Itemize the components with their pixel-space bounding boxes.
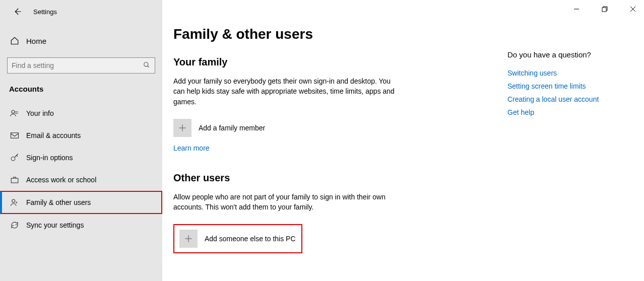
briefcase-icon [9,174,20,185]
close-button[interactable] [626,3,640,15]
sidebar-item-signin-options[interactable]: Sign-in options [0,147,162,169]
person-card-icon [9,108,20,119]
other-users-desc: Allow people who are not part of your fa… [173,192,395,213]
search-icon [143,61,151,69]
sidebar-item-access-work-school[interactable]: Access work or school [0,169,162,191]
main: Family & other users Your family Add you… [162,0,495,281]
sidebar-home-label: Home [26,37,46,45]
plus-icon [177,123,187,133]
search-input[interactable] [12,61,143,69]
nav-label: Your info [26,109,54,117]
maximize-button[interactable] [598,3,612,15]
sidebar-item-your-info[interactable]: Your info [0,102,162,124]
back-button[interactable] [11,6,23,18]
maximize-icon [602,6,608,12]
nav-label: Sync your settings [26,221,84,229]
svg-rect-2 [11,133,19,138]
people-icon [9,197,20,208]
help-title: Do you have a question? [507,50,633,59]
minimize-icon [573,6,579,12]
nav-label: Sign-in options [26,154,73,162]
add-family-member-button[interactable]: Add a family member [173,119,495,137]
your-family-heading: Your family [173,56,495,68]
sidebar-category: Accounts [0,74,162,98]
nav-label: Email & accounts [26,131,81,139]
app-title: Settings [33,8,57,16]
help-link-screen-time[interactable]: Setting screen time limits [507,82,633,90]
sidebar-item-sync-settings[interactable]: Sync your settings [0,214,162,236]
add-someone-label: Add someone else to this PC [205,235,296,243]
home-icon [9,35,20,46]
window-controls [569,3,640,15]
add-someone-else-button[interactable]: Add someone else to this PC [173,224,302,253]
content: Family & other users Your family Add you… [162,0,644,281]
help-link-get-help[interactable]: Get help [507,108,633,116]
nav-label: Family & other users [26,198,91,206]
svg-rect-4 [11,178,18,183]
close-icon [630,6,636,12]
svg-point-1 [12,110,15,113]
page-title: Family & other users [173,26,495,42]
titlebar-left: Settings [0,0,162,20]
svg-rect-6 [602,8,606,12]
sidebar-item-home[interactable]: Home [0,29,162,52]
nav-label: Access work or school [26,176,96,184]
search-box[interactable] [7,57,155,74]
help-link-switching-users[interactable]: Switching users [507,69,633,77]
help-panel: Do you have a question? Switching users … [507,50,633,121]
back-arrow-icon [13,7,22,16]
plus-icon [183,234,194,244]
plus-box [179,230,198,248]
mail-icon [9,130,20,141]
sidebar: Settings Home Accounts Your info [0,0,162,281]
learn-more-link[interactable]: Learn more [173,144,210,152]
sync-icon [9,220,20,231]
help-link-local-account[interactable]: Creating a local user account [507,95,633,103]
minimize-button[interactable] [569,3,584,15]
svg-point-0 [144,62,148,66]
key-icon [9,152,20,163]
nav: Your info Email & accounts Sign-in optio… [0,102,162,236]
sidebar-item-family-other-users[interactable]: Family & other users [0,191,162,214]
sidebar-item-email-accounts[interactable]: Email & accounts [0,124,162,147]
add-family-label: Add a family member [199,124,265,132]
your-family-desc: Add your family so everybody gets their … [173,76,395,107]
svg-point-3 [11,157,15,161]
svg-point-5 [12,199,15,202]
plus-box [173,119,191,137]
other-users-heading: Other users [173,172,495,184]
